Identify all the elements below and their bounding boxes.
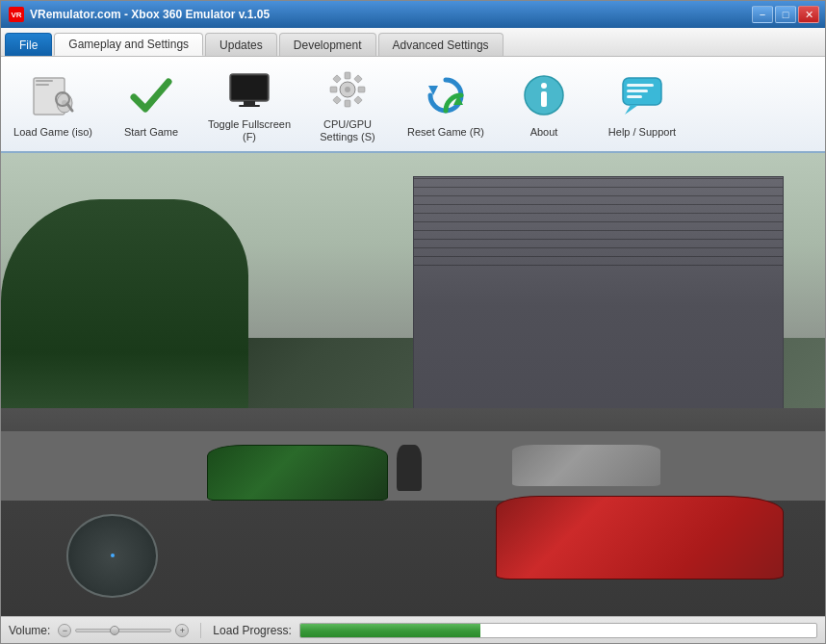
status-bar: Volume: − + Load Progress: [1, 616, 825, 643]
toolbar: Load Game (iso) Start Game [1, 57, 825, 153]
fullscreen-label: Toggle Fullscreen (F) [206, 118, 293, 143]
cpu-gpu-settings-button[interactable]: CPU/GPU Settings (S) [299, 61, 396, 147]
svg-rect-19 [354, 75, 362, 83]
main-window: VR VRemulator.com - Xbox 360 Emulator v.… [0, 0, 826, 644]
about-label: About [530, 126, 558, 139]
tab-updates[interactable]: Updates [205, 33, 277, 56]
tab-gameplay[interactable]: Gameplay and Settings [54, 33, 203, 56]
svg-rect-26 [541, 91, 547, 107]
toggle-fullscreen-button[interactable]: Toggle Fullscreen (F) [201, 61, 297, 147]
reset-game-label: Reset Game (R) [407, 126, 484, 139]
svg-rect-14 [345, 72, 350, 79]
title-bar: VR VRemulator.com - Xbox 360 Emulator v.… [1, 1, 825, 28]
svg-rect-18 [333, 75, 341, 83]
minimize-button[interactable]: − [752, 6, 773, 23]
start-game-icon [124, 68, 178, 122]
fullscreen-icon [222, 64, 276, 115]
svg-rect-11 [239, 105, 260, 107]
svg-rect-20 [333, 96, 341, 104]
volume-control: − + [58, 624, 189, 637]
status-separator [200, 623, 201, 638]
help-icon [615, 68, 669, 122]
svg-rect-17 [358, 87, 365, 92]
svg-rect-29 [627, 84, 654, 87]
svg-rect-7 [36, 84, 49, 86]
scene-person [397, 445, 422, 491]
title-bar-left: VR VRemulator.com - Xbox 360 Emulator v.… [9, 7, 270, 22]
scene-car-red [496, 496, 785, 580]
svg-rect-10 [244, 101, 255, 105]
maximize-button[interactable]: □ [775, 6, 796, 23]
volume-decrease-button[interactable]: − [58, 624, 71, 637]
tab-advanced-settings[interactable]: Advanced Settings [378, 33, 503, 56]
volume-increase-button[interactable]: + [175, 624, 189, 637]
volume-label: Volume: [9, 624, 50, 637]
about-icon [517, 68, 571, 122]
about-button[interactable]: About [496, 61, 592, 147]
game-area [1, 153, 825, 616]
reset-icon [419, 68, 473, 122]
scene-minimap [66, 514, 157, 598]
close-button[interactable]: ✕ [798, 6, 819, 23]
svg-rect-30 [627, 90, 648, 92]
load-game-label: Load Game (iso) [13, 126, 92, 139]
svg-point-13 [345, 87, 350, 92]
progress-bar [299, 623, 817, 638]
scene-car-green [207, 445, 388, 501]
load-game-button[interactable]: Load Game (iso) [5, 61, 101, 147]
window-controls: − □ ✕ [752, 6, 819, 23]
cpu-gpu-settings-label: CPU/GPU Settings (S) [304, 118, 391, 143]
volume-slider[interactable] [75, 629, 171, 632]
load-progress-label: Load Progress: [213, 624, 291, 637]
window-title: VRemulator.com - Xbox 360 Emulator v.1.0… [30, 8, 270, 21]
svg-rect-21 [354, 96, 362, 104]
game-screenshot [1, 153, 825, 616]
svg-rect-15 [345, 100, 350, 107]
load-game-icon [26, 68, 80, 122]
tab-development[interactable]: Development [279, 33, 376, 56]
volume-thumb [110, 626, 119, 635]
scene-car-gray [512, 445, 660, 486]
svg-rect-16 [330, 87, 337, 92]
help-support-button[interactable]: Help / Support [594, 61, 690, 147]
svg-point-25 [541, 83, 547, 89]
help-support-label: Help / Support [608, 126, 676, 139]
app-icon: VR [9, 7, 24, 22]
tab-file[interactable]: File [5, 33, 52, 56]
settings-icon [321, 64, 374, 115]
svg-rect-6 [36, 80, 53, 82]
svg-marker-28 [625, 105, 638, 115]
tabs-bar: File Gameplay and Settings Updates Devel… [1, 28, 825, 57]
start-game-button[interactable]: Start Game [103, 61, 199, 147]
svg-rect-31 [627, 95, 642, 98]
svg-rect-9 [232, 76, 267, 99]
start-game-label: Start Game [124, 126, 178, 139]
progress-fill [300, 624, 481, 637]
reset-game-button[interactable]: Reset Game (R) [398, 61, 494, 147]
